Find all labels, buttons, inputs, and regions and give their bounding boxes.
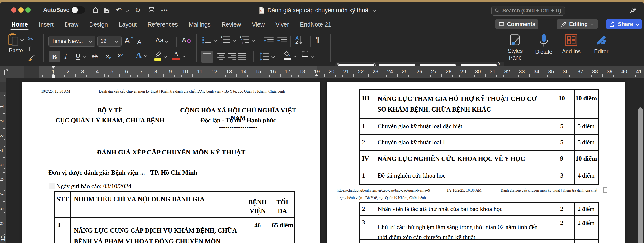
show-paragraph-marks-button[interactable]: ¶ <box>315 35 320 44</box>
page-2[interactable]: IIINĂNG LỰC THAM GIA HỖ TRỢ KỸ THUẬT CHO… <box>326 82 624 243</box>
change-case-button[interactable]: Aa <box>156 36 168 44</box>
sort-button[interactable]: A Z <box>296 35 303 45</box>
dictate-button[interactable]: Dictate <box>533 34 555 55</box>
font-color-button[interactable]: A <box>172 51 186 60</box>
underline-button[interactable]: U <box>76 52 86 59</box>
cut-icon[interactable]: ✂ <box>28 35 34 43</box>
undo-menu-chevron-icon[interactable] <box>126 9 129 12</box>
line-spacing-button[interactable] <box>259 52 275 61</box>
tab-selector-icon[interactable] <box>2 68 10 76</box>
document-canvas[interactable]: 10/2/25, 10:30 AM Đánh giá xếp cấp chuyê… <box>6 78 644 243</box>
left-indent-marker[interactable] <box>52 76 55 78</box>
italic-button[interactable]: I <box>64 52 67 60</box>
svg-text:i: i <box>242 41 243 44</box>
bullets-button[interactable] <box>202 36 218 44</box>
bold-button[interactable]: B <box>49 51 60 62</box>
multilevel-list-button[interactable]: 1ai <box>239 35 256 45</box>
tab-mailings[interactable]: Mailings <box>189 21 211 28</box>
page-1[interactable]: 10/2/25, 10:30 AM Đánh giá xếp cấp chuyê… <box>22 82 320 243</box>
align-center-button[interactable] <box>217 53 226 60</box>
align-left-button[interactable] <box>201 50 213 63</box>
document-title-area[interactable]: Đánh giá xếp cấp chuyên môn kỹ thuật <box>259 6 376 14</box>
table-move-handle[interactable] <box>49 183 55 189</box>
table-cell: BỆNH VIỆN <box>245 192 270 217</box>
font-name-select[interactable]: Times New... <box>48 36 96 46</box>
ruler-tick <box>452 75 453 77</box>
increase-indent-button[interactable] <box>277 36 287 45</box>
clear-formatting-button[interactable]: A <box>182 36 191 44</box>
tab-references[interactable]: References <box>148 21 178 28</box>
multilevel-chevron-icon <box>252 38 256 41</box>
strikethrough-button[interactable]: ab <box>92 53 98 60</box>
copy-icon[interactable] <box>28 45 36 52</box>
criteria-table-page2-top[interactable]: IIINĂNG LỰC THAM GIA HỖ TRỢ KỸ THUẬT CHO… <box>359 89 599 185</box>
search-input[interactable]: Search (Cmd + Ctrl + U) <box>491 6 565 16</box>
redo-icon[interactable]: ↻ <box>134 6 142 14</box>
format-painter-icon[interactable] <box>28 54 36 62</box>
horizontal-ruler[interactable]: 1234567891011121314151617181920212223242… <box>0 66 644 78</box>
criteria-table-page1[interactable]: STTNHÓM TIÊU CHÍ VÀ NỘI DUNG ĐÁNH GIÁBỆN… <box>54 191 295 243</box>
criteria-table-page2-bottom[interactable]: 2Nhân viên là tác giả thứ nhất của bài b… <box>359 203 599 243</box>
table-row: 2Chuyển giao kỹ thuật loại I55 điểm <box>360 135 598 151</box>
vertical-ruler[interactable]: 12345678910 <box>0 78 6 243</box>
highlight-color-button[interactable] <box>154 51 167 60</box>
styles-pane-button[interactable]: Styles Pane <box>502 34 529 61</box>
ruler-tick <box>57 75 58 77</box>
decrease-indent-button[interactable] <box>264 36 274 45</box>
align-right-button[interactable] <box>228 53 236 60</box>
tab-design[interactable]: Design <box>89 21 108 28</box>
right-indent-marker[interactable] <box>315 74 319 76</box>
home-quick-icon[interactable] <box>91 6 100 14</box>
paste-button[interactable]: Paste <box>5 33 26 54</box>
ruler-tick <box>79 75 80 77</box>
tab-draw[interactable]: Draw <box>64 21 78 28</box>
tab-viver[interactable]: Viver <box>276 21 289 28</box>
print-icon[interactable] <box>147 6 156 14</box>
cell-text: 5 <box>560 138 563 147</box>
ruler-tick <box>416 75 416 77</box>
save-icon[interactable] <box>102 6 111 14</box>
editing-mode-button[interactable]: Editing <box>556 19 598 29</box>
group-divider <box>586 34 587 62</box>
tab-layout[interactable]: Layout <box>119 21 136 28</box>
ruler-tick <box>130 75 130 77</box>
text-effects-button[interactable]: A <box>136 51 148 60</box>
toggle-knob <box>72 7 78 13</box>
minimize-window-button[interactable] <box>18 7 24 12</box>
first-line-indent-marker[interactable] <box>52 66 55 69</box>
hanging-indent-marker[interactable] <box>52 73 55 76</box>
font-size-select[interactable]: 12 <box>97 36 122 46</box>
tab-view[interactable]: View <box>252 21 265 28</box>
shading-button[interactable] <box>284 51 297 60</box>
tab-endnote-21[interactable]: EndNote 21 <box>300 21 331 28</box>
addins-button[interactable]: Add-ins <box>558 34 584 55</box>
vruler-number: 5 <box>0 164 5 166</box>
zoom-window-button[interactable] <box>26 7 31 12</box>
justify-button[interactable] <box>238 53 246 60</box>
editor-button[interactable]: Editor <box>589 34 614 55</box>
tab-insert[interactable]: Insert <box>39 21 54 28</box>
title-menu-chevron-icon[interactable] <box>373 8 376 12</box>
header-title-line2: lượng bệnh viện - Bộ Y tế, cục Quản lý K… <box>338 196 426 200</box>
small-divider <box>176 36 177 47</box>
more-commands-icon[interactable]: ••• <box>160 6 169 14</box>
close-window-button[interactable] <box>11 7 16 12</box>
vertical-scrollbar[interactable] <box>638 107 642 243</box>
grow-font-button[interactable]: A^ <box>124 36 133 45</box>
contacts-presence-icon[interactable] <box>629 6 637 15</box>
subscript-button[interactable]: x2 <box>106 53 111 60</box>
comments-button[interactable]: Comments <box>495 19 538 29</box>
ruler-number: 4 <box>96 69 98 75</box>
undo-icon[interactable]: ↶ <box>114 6 123 14</box>
tab-review[interactable]: Review <box>222 21 241 28</box>
vruler-tick <box>4 102 6 103</box>
share-button[interactable]: Share <box>606 19 642 29</box>
table-row <box>360 240 598 243</box>
tab-home[interactable]: Home <box>12 21 28 28</box>
borders-button[interactable] <box>302 51 314 60</box>
ruler-tick <box>310 74 310 77</box>
superscript-button[interactable]: x2 <box>118 52 123 59</box>
numbering-button[interactable]: 123 <box>220 35 236 45</box>
shrink-font-button[interactable]: Aˇ <box>137 38 144 46</box>
autosave-toggle[interactable] <box>71 6 85 13</box>
